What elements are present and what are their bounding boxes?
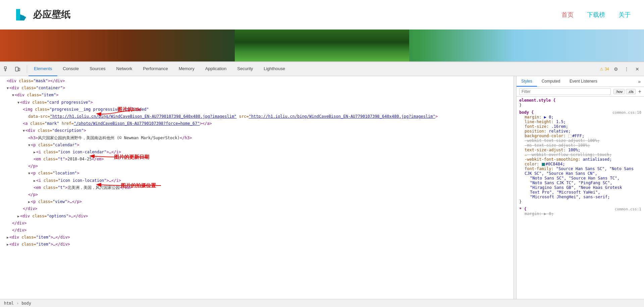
tab-application[interactable]: Application (200, 62, 232, 76)
filter-buttons: :hov .cls (613, 89, 635, 94)
html-line[interactable]: </p> (0, 163, 516, 170)
toolbar-right: ⚠ 34 ⚙ ⋮ ✕ (600, 65, 641, 73)
html-line[interactable]: <h3>风穴国家公园的美洲野牛，美国南达科他州 (© Newman Mark/S… (0, 135, 516, 142)
html-line[interactable]: <img class="progressive__img progressive… (0, 106, 516, 113)
tab-elements[interactable]: Elements (29, 62, 57, 76)
tag-span: <div (7, 79, 19, 83)
styles-filter-input[interactable] (519, 88, 611, 95)
close-devtools-icon[interactable]: ✕ (633, 65, 641, 73)
breadcrumb-body[interactable]: body (20, 300, 33, 306)
html-line[interactable]: ▶<i class="icon icon-calendar">…</i> (0, 149, 516, 156)
html-line[interactable]: ▼<div class="card progressive"> (0, 99, 516, 106)
nav-home[interactable]: 首页 (561, 11, 574, 19)
settings-icon[interactable]: ⚙ (612, 65, 620, 73)
html-line[interactable]: ▼<div class="container"> (0, 85, 516, 92)
tab-security[interactable]: Security (232, 62, 258, 76)
html-line[interactable]: ▶<i class="icon icon-location">…</i> (0, 177, 516, 184)
devtools-panel: Elements Console Sources Network Perform… (0, 61, 644, 307)
annotation-title: 图片的title (117, 105, 142, 113)
website-header: 必应壁纸 首页 下载榜 关于 (0, 0, 644, 30)
html-line[interactable]: ▶<div class="item">…</div> (0, 234, 516, 241)
styles-tab-computed[interactable]: Computed (537, 76, 565, 87)
style-rule-element: element.style { } (519, 98, 641, 107)
devtools-toolbar: Elements Console Sources Network Perform… (0, 62, 644, 76)
devtools-breadcrumb: html › body (0, 299, 644, 307)
styles-content[interactable]: element.style { } body { common.css:10 m… (517, 97, 644, 299)
style-rule-body: body { common.css:10 margin: ▶ 0; line-h… (519, 110, 641, 204)
svg-rect-5 (18, 68, 20, 71)
tab-performance[interactable]: Performance (138, 62, 173, 76)
styles-tab-event-listeners[interactable]: Event Listeners (565, 76, 602, 87)
svg-rect-1 (4, 67, 6, 69)
styles-filter: :hov .cls + (517, 87, 644, 97)
nav-links: 首页 下载榜 关于 (561, 11, 631, 19)
annotation-location: 图片的拍摄位置 (121, 182, 156, 190)
html-line[interactable]: </p> (0, 191, 516, 198)
tab-console[interactable]: Console (57, 62, 84, 76)
html-panel[interactable]: <div class="mask"></div> ▼<div class="co… (0, 76, 517, 299)
html-line[interactable]: </div> (0, 227, 516, 234)
styles-tab-styles[interactable]: Styles (517, 76, 537, 87)
html-line[interactable]: ▼<p class="location"> (0, 170, 516, 177)
svg-rect-4 (15, 67, 18, 71)
more-options-icon[interactable]: ⋮ (623, 65, 631, 73)
tab-network[interactable]: Network (111, 62, 138, 76)
html-line[interactable]: ▶<div class="item">…</div> (0, 241, 516, 248)
toolbar-icons (3, 65, 27, 73)
device-toggle-icon[interactable] (13, 65, 21, 73)
html-line[interactable]: <div class="mask"></div> (0, 78, 516, 85)
html-line[interactable]: data-src="http://h1.ioliu.cn/bing/WindCa… (0, 113, 516, 120)
warning-count: 34 (605, 67, 609, 71)
style-rule-star: * { common.css:1 margin: ▶ 0; (519, 207, 641, 216)
breadcrumb-html[interactable]: html (3, 300, 15, 306)
tab-memory[interactable]: Memory (173, 62, 200, 76)
html-line[interactable]: ▶<p class="view">…</p> (0, 198, 516, 205)
tab-sources[interactable]: Sources (84, 62, 111, 76)
html-line[interactable]: </div> (0, 220, 516, 227)
add-style-rule-button[interactable]: + (638, 89, 641, 95)
bing-logo-icon (13, 6, 30, 23)
tab-lighthouse[interactable]: Lighthouse (258, 62, 290, 76)
html-line[interactable]: </div> (0, 205, 516, 212)
annotation-date: 图片的更新日期 (114, 153, 149, 161)
banner-image (235, 30, 409, 61)
styles-tab-more[interactable]: » (635, 76, 644, 87)
svg-rect-0 (13, 6, 30, 23)
nav-about[interactable]: 关于 (619, 11, 631, 19)
html-line[interactable]: <a class="mark" href="/photo/WindCaveBis… (0, 120, 516, 127)
html-panel-scrollbar[interactable] (514, 76, 516, 299)
warning-triangle-icon: ⚠ (600, 67, 603, 71)
html-line[interactable]: <em class="t">北美洲，美国，风穴国家公园</em> 图片的拍摄位置 (0, 184, 516, 191)
warning-icon: ⚠ (525, 153, 527, 157)
filter-cls-button[interactable]: .cls (626, 89, 636, 94)
warning-badge[interactable]: ⚠ 34 (600, 67, 609, 71)
html-line[interactable]: ▼<div class="description"> (0, 127, 516, 134)
site-title: 必应壁纸 (33, 8, 70, 21)
logo-area: 必应壁纸 (13, 6, 70, 23)
inspect-element-icon[interactable] (3, 65, 11, 73)
nav-download[interactable]: 下载榜 (587, 11, 605, 19)
styles-tabs: Styles Computed Event Listeners » (517, 76, 644, 87)
html-line[interactable]: <em class="t">2018-04-25</em> 图片的更新日期 (0, 156, 516, 163)
styles-panel: Styles Computed Event Listeners » :hov .… (517, 76, 644, 299)
color-swatch (568, 135, 572, 138)
website-banner (0, 30, 644, 61)
color-swatch-teal (542, 163, 545, 166)
html-line[interactable]: ▼<p class="calendar"> (0, 142, 516, 149)
filter-hov-button[interactable]: :hov (613, 89, 625, 94)
devtools-main: <div class="mask"></div> ▼<div class="co… (0, 76, 644, 299)
html-line[interactable]: ▼<div class="item"> (0, 92, 516, 99)
devtools-tabs: Elements Console Sources Network Perform… (29, 62, 600, 76)
html-line[interactable]: ▶<div class="options">…</div> (0, 213, 516, 220)
